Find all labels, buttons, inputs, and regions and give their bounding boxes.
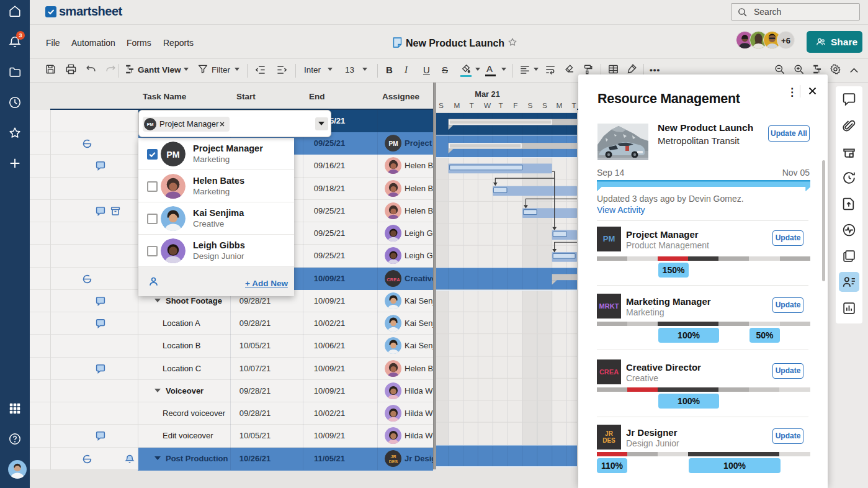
svg-text:M: M [557, 101, 563, 109]
svg-text:T: T [571, 101, 576, 109]
svg-text:T: T [469, 101, 473, 109]
svg-text:S: S [527, 101, 532, 109]
svg-text:S: S [439, 101, 444, 109]
svg-text:F: F [513, 101, 517, 109]
svg-text:Mar 21: Mar 21 [475, 89, 499, 99]
svg-text:W: W [484, 101, 491, 109]
svg-text:S: S [542, 101, 547, 109]
svg-text:M: M [454, 101, 460, 109]
svg-text:T: T [499, 101, 503, 109]
